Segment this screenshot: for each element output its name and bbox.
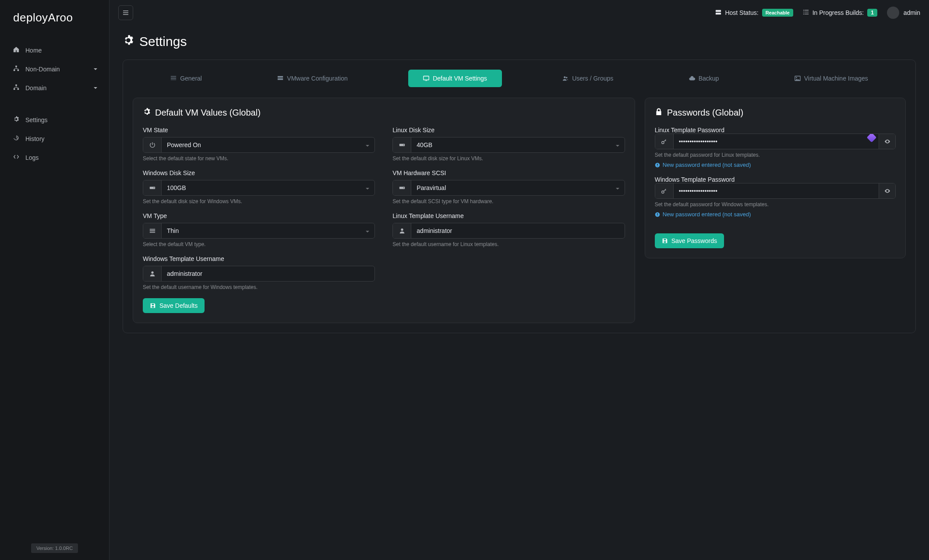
sidebar-item-non-domain[interactable]: Non-Domain [0, 60, 109, 78]
win-user-label: Windows Template Username [143, 255, 375, 262]
sidebar-item-label: Domain [25, 85, 46, 92]
tab-default-vm-settings[interactable]: Default VM Settings [408, 70, 502, 87]
svg-point-20 [403, 187, 404, 188]
settings-tabs: General VMware Configuration Default VM … [133, 70, 906, 87]
lock-icon [655, 108, 663, 118]
unsaved-warning: New password entered (not saved) [655, 211, 896, 218]
tab-general[interactable]: General [155, 70, 217, 87]
svg-point-22 [151, 271, 153, 274]
win-pw-label: Windows Template Password [655, 176, 735, 183]
svg-point-12 [566, 77, 568, 79]
builds-count: 1 [867, 9, 877, 17]
user-icon [393, 223, 411, 238]
save-passwords-button[interactable]: Save Passwords [655, 233, 724, 248]
help-text: Set the default username for Linux templ… [392, 241, 625, 247]
builds-status[interactable]: In Progress Builds: 1 [803, 9, 877, 17]
power-icon [143, 137, 162, 152]
help-text: Set the default username for Windows tem… [143, 284, 375, 290]
toggle-visibility-button[interactable] [879, 134, 895, 149]
win-pw-input[interactable] [674, 183, 879, 198]
avatar [887, 7, 899, 19]
linux-user-input[interactable] [411, 223, 624, 238]
help-text: Select the default VM type. [143, 241, 375, 247]
logo: deployAroo [0, 0, 109, 35]
sidebar-item-history[interactable]: History [0, 129, 109, 148]
tasks-icon [803, 9, 809, 17]
chevron-down-icon [93, 66, 98, 73]
gears-icon [123, 34, 134, 49]
svg-point-14 [796, 77, 797, 78]
default-vm-values-card: Default VM Values (Global) VM State S [133, 98, 635, 323]
svg-rect-0 [15, 66, 17, 67]
sidebar-item-label: Home [25, 47, 42, 54]
vm-state-label: VM State [143, 127, 375, 134]
host-status-badge: Reachable [762, 9, 793, 17]
builds-label: In Progress Builds: [812, 9, 864, 16]
svg-rect-4 [14, 88, 15, 90]
win-user-input[interactable] [162, 266, 374, 281]
sidebar-item-home[interactable]: Home [0, 41, 109, 60]
svg-rect-2 [18, 70, 19, 71]
svg-point-21 [401, 229, 403, 231]
win-disk-select[interactable] [162, 180, 374, 195]
scsi-label: VM Hardware SCSI [392, 169, 625, 176]
user-icon [143, 266, 162, 281]
sidebar-item-domain[interactable]: Domain [0, 78, 109, 97]
help-text: Set the default disk size for Windows VM… [143, 198, 375, 204]
tab-users-groups[interactable]: Users / Groups [548, 70, 628, 87]
svg-point-11 [564, 76, 565, 78]
user-menu[interactable]: admin [887, 7, 920, 19]
tab-vm-images[interactable]: Virtual Machine Images [780, 70, 883, 87]
vm-state-select[interactable] [162, 137, 374, 152]
version-label: Version: 1.0.0RC [31, 543, 78, 553]
history-icon [11, 135, 21, 142]
host-status-label: Host Status: [725, 9, 758, 16]
hdd-icon [143, 180, 162, 195]
sidebar: deployAroo Home Non-Domain Domain [0, 0, 110, 560]
gear-icon [11, 116, 21, 123]
linux-pw-input[interactable] [674, 134, 879, 149]
svg-rect-8 [278, 76, 283, 78]
linux-disk-select[interactable] [411, 137, 624, 152]
help-text: Set the default SCSI type for VM hardwar… [392, 198, 625, 204]
scsi-select[interactable] [411, 180, 624, 195]
win-disk-label: Windows Disk Size [143, 169, 375, 176]
sidebar-item-label: Non-Domain [25, 66, 60, 73]
svg-point-16 [403, 144, 404, 145]
vm-type-label: VM Type [143, 212, 375, 219]
tab-backup[interactable]: Backup [674, 70, 734, 87]
username: admin [904, 9, 920, 16]
sidebar-item-logs[interactable]: Logs [0, 148, 109, 167]
network-icon [11, 65, 21, 73]
linux-user-label: Linux Template Username [392, 212, 625, 219]
gear-icon [143, 108, 151, 118]
svg-rect-6 [716, 10, 721, 11]
help-text: Set the default password for Windows tem… [655, 201, 896, 208]
svg-rect-7 [716, 12, 721, 14]
svg-point-18 [153, 187, 154, 188]
unsaved-warning: New password entered (not saved) [655, 162, 896, 168]
chevron-down-icon [93, 85, 98, 92]
key-icon [655, 134, 674, 149]
tab-vmware-config[interactable]: VMware Configuration [262, 70, 363, 87]
linux-disk-label: Linux Disk Size [392, 127, 625, 134]
sidebar-item-settings[interactable]: Settings [0, 110, 109, 129]
host-status: Host Status: Reachable [715, 9, 793, 17]
help-text: Set the default disk size for Linux VMs. [392, 155, 625, 162]
save-defaults-button[interactable]: Save Defaults [143, 298, 205, 313]
home-icon [11, 46, 21, 54]
sidebar-item-label: Logs [25, 154, 39, 161]
svg-rect-5 [18, 88, 19, 90]
hamburger-toggle[interactable] [118, 5, 133, 20]
server-icon [715, 9, 721, 17]
sidebar-item-label: Settings [25, 116, 48, 123]
passwords-card: Passwords (Global) Linux Template Passwo… [645, 98, 906, 258]
code-icon [11, 154, 21, 161]
linux-pw-label: Linux Template Password [655, 127, 724, 134]
vm-type-select[interactable] [162, 223, 374, 238]
list-icon [143, 223, 162, 238]
help-text: Set the default password for Linux templ… [655, 152, 896, 158]
help-text: Select the default state for new VMs. [143, 155, 375, 162]
toggle-visibility-button[interactable] [879, 183, 895, 198]
key-icon [655, 183, 674, 198]
